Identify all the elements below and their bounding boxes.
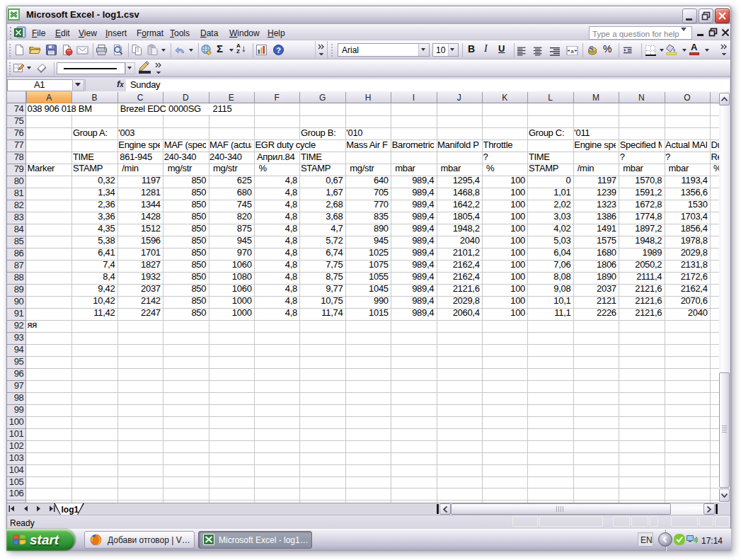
svg-text:?: ? — [276, 46, 281, 55]
svg-text:S: S — [589, 44, 594, 54]
svg-text:a: a — [570, 48, 574, 55]
